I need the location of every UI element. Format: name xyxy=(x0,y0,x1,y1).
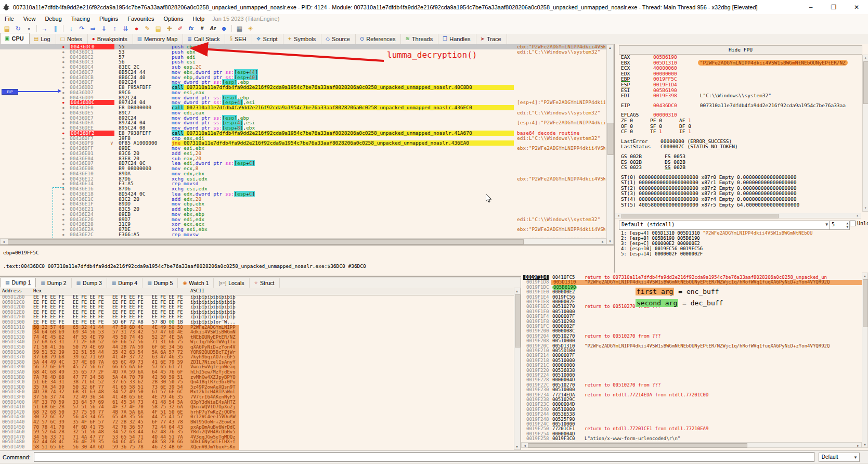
disasm-instruction[interactable]: call 007310a11e7dfdb4fa9dd2e216f92cda9a1… xyxy=(172,105,514,110)
disasm-vertical-scrollbar[interactable]: ▴ ▾ xyxy=(606,44,614,244)
calling-convention-select[interactable]: Default (stdcall)▼ xyxy=(619,221,830,230)
argument-count-stepper[interactable]: 5▲▼ xyxy=(829,221,850,230)
registers-vertical-scrollbar[interactable]: ▴ ▾ xyxy=(862,55,868,212)
close-button[interactable]: ✕ xyxy=(845,1,868,14)
tab-symbols[interactable]: ✦Symbols xyxy=(283,34,322,44)
disasm-instruction[interactable]: jne 007310a11e7dfdb4fa9dd2e216f92cda9a19… xyxy=(172,140,514,146)
breakpoint-dot[interactable]: ● xyxy=(62,65,64,70)
tab-script[interactable]: ❖Script xyxy=(252,34,283,44)
tab-dump5[interactable]: ▦Dump 5 xyxy=(142,278,178,288)
register-edi[interactable]: EDI0019F398L"C:\\Windows\\system32" xyxy=(621,93,861,99)
disasm-instruction[interactable]: call 007310a11e7dfdb4fa9dd2e216f92cda9a1… xyxy=(172,85,514,90)
hash-icon[interactable]: # xyxy=(197,24,207,33)
disasm-comment[interactable]: edi:L"C:\\Windows\\system32" xyxy=(517,49,605,55)
call-argument[interactable]: 5: [esp+14] 0000002F 0000002F xyxy=(621,251,865,256)
menu-tracing[interactable]: Tracing xyxy=(67,15,95,22)
assemble-pencil-icon[interactable]: ✎ xyxy=(142,24,152,33)
tab-notes[interactable]: ▢Notes xyxy=(56,34,88,44)
call-argument[interactable]: 1: [esp+4] 005D1310 005D1310 "P2WFe2ADGY… xyxy=(621,230,865,236)
step-over-icon[interactable]: ↷ xyxy=(77,24,87,33)
stack-row[interactable]: 0019F2580019F3C0L"ation/x-www-form-urlen… xyxy=(521,436,862,441)
tab-source[interactable]: ◇Source xyxy=(321,34,356,44)
menu-file[interactable]: File xyxy=(0,15,19,22)
breakpoint-lights-icon[interactable]: ● xyxy=(132,24,141,33)
disasm-instruction[interactable]: add esi,20 xyxy=(172,151,514,156)
breakpoint-dot[interactable]: ● xyxy=(62,115,64,121)
stack-address[interactable]: 0019F258 xyxy=(526,436,549,441)
breakpoint-dot[interactable]: ● xyxy=(62,171,64,176)
breakpoint-dot[interactable]: ● xyxy=(62,227,64,232)
run-to-user-code-icon[interactable]: ⇓ xyxy=(99,24,109,33)
command-input[interactable] xyxy=(34,452,814,462)
tab-dump4[interactable]: ▦Dump 4 xyxy=(107,278,142,288)
open-file-icon[interactable]: ▤ xyxy=(2,24,12,33)
last-error[interactable]: LastError00000000 (ERROR_SUCCESS) xyxy=(621,139,861,145)
tab-dump1[interactable]: ▦Dump 1 xyxy=(0,278,36,288)
tab-references[interactable]: ⊙References xyxy=(356,34,401,44)
call-argument[interactable]: 2: [esp+8] 005B6190 005B6190 xyxy=(621,236,865,241)
step-into-icon[interactable]: ↓ xyxy=(66,24,76,33)
disasm-instruction[interactable]: mov edx,ebx xyxy=(172,171,514,176)
call-argument[interactable]: 3: [esp+C] 000000E2 000000E2 xyxy=(621,241,865,246)
breakpoint-dot[interactable]: ● xyxy=(62,90,64,95)
flags-row[interactable]: CF 0TF 1IF 1 xyxy=(621,129,861,135)
disasm-comment[interactable]: ebx:"P2WFe2ADGYmLNIPP4dkii4VSW1sBWGmN xyxy=(517,44,605,49)
breakpoint-dot[interactable]: ● xyxy=(62,217,64,222)
disasm-comment[interactable]: ebx:"P2WFe2ADGYmLNIPP4dkii4VSW1sBWGmN xyxy=(517,227,605,232)
tab-threads[interactable]: ≋Threads xyxy=(401,34,438,44)
disasm-instruction[interactable]: rep movsw xyxy=(172,232,514,237)
breakpoint-dot[interactable]: ● xyxy=(62,110,64,115)
unlocked-checkbox[interactable]: Unlocked xyxy=(850,221,868,226)
breakpoint-dot[interactable]: ● xyxy=(62,191,64,197)
segment-row[interactable]: ES 002BDS 002B xyxy=(621,160,861,165)
dump-vertical-scrollbar[interactable]: ▴ ▾ xyxy=(514,288,521,450)
stack-horizontal-scrollbar[interactable]: ◂ ▸ xyxy=(521,442,862,448)
tab-breakpoints[interactable]: ●Breakpoints xyxy=(88,34,133,44)
last-status[interactable]: LastStatusC000007C (STATUS_NO_TOKEN) xyxy=(621,144,861,150)
disasm-instruction[interactable]: add ebp,20 xyxy=(172,207,514,212)
st-register[interactable]: ST(5) 40058000000000000000 x87r5 Empty 6… xyxy=(621,202,861,208)
segment-row[interactable]: GS 002BFS 0053 xyxy=(621,154,861,160)
disasm-comment[interactable]: edi:L"C:\\Windows\\system32" xyxy=(517,136,605,141)
pause-icon[interactable]: ∥ xyxy=(50,24,60,33)
run-icon[interactable]: → xyxy=(40,24,49,33)
highlight-fx-icon[interactable]: fx xyxy=(186,24,196,33)
disasm-comment[interactable]: ebx:"P2WFe2ADGYmLNIPP4dkii4VSW1sBWGmN xyxy=(517,176,605,182)
breakpoint-dot[interactable]: ● xyxy=(62,131,64,136)
menu-plugins[interactable]: Plugins xyxy=(95,15,123,22)
registers-pane[interactable]: Hide FPU EAX005B6190EBX005D1310"P2WFe2AD… xyxy=(614,44,868,273)
breakpoint-dot[interactable]: ● xyxy=(62,59,64,65)
step-out-icon[interactable]: ↑ xyxy=(110,24,120,33)
maximize-button[interactable]: ❐ xyxy=(822,1,845,14)
tab-log[interactable]: ▤Log xyxy=(30,34,56,44)
menu-options[interactable]: Options xyxy=(159,15,188,22)
command-script-type-select[interactable]: Default▼ xyxy=(819,453,860,462)
register-eip[interactable]: EIP00436DC0007310a11e7dfdb4fa9dd2e216f92… xyxy=(621,103,861,109)
disasm-instruction[interactable]: xor ecx,ecx xyxy=(172,222,514,227)
breakpoint-dot[interactable]: ● xyxy=(62,151,64,156)
patch-icon[interactable]: ✚ xyxy=(164,24,174,33)
tab-memory-map[interactable]: ▥Memory Map xyxy=(133,34,184,44)
breakpoint-dot[interactable]: ● xyxy=(62,75,64,80)
breakpoint-dot[interactable]: ● xyxy=(62,95,64,100)
breakpoint-dot[interactable]: ● xyxy=(62,166,64,171)
call-argument[interactable]: 4: [esp+10] 0019FC56 0019FC56 xyxy=(621,246,865,251)
disasm-instruction[interactable]: lea edi,dword ptr ss:[esp+C] xyxy=(172,161,514,166)
disasm-comment[interactable]: base64 decode routine xyxy=(517,131,605,136)
disasm-instruction[interactable]: call 007310a11e7dfdb4fa9dd2e216f92cda9a1… xyxy=(172,131,514,136)
disasm-instruction[interactable]: add edx,20 xyxy=(172,197,514,202)
font-az-icon[interactable]: Az xyxy=(208,24,218,33)
disasm-comment[interactable]: edi:L"C:\\Windows\\system32" xyxy=(517,110,605,115)
tab-dump3[interactable]: ▦Dump 3 xyxy=(72,278,107,288)
menu-debug[interactable]: Debug xyxy=(40,15,66,22)
tab-dump2[interactable]: ▦Dump 2 xyxy=(36,278,71,288)
breakpoint-dot[interactable]: ● xyxy=(62,207,64,212)
breakpoint-dot[interactable]: ● xyxy=(62,161,64,166)
breakpoint-dot[interactable]: ● xyxy=(62,85,64,90)
breakpoint-dot[interactable]: ● xyxy=(62,136,64,141)
trace-into-icon[interactable]: ⇊ xyxy=(121,24,131,33)
segment-row[interactable]: CS 0023SS 002B xyxy=(621,165,861,171)
disasm-instruction[interactable]: mov esi,ebx xyxy=(172,146,514,151)
change-user-icon[interactable]: ☻ xyxy=(219,24,229,33)
breakpoint-dot[interactable]: ● xyxy=(62,201,64,207)
